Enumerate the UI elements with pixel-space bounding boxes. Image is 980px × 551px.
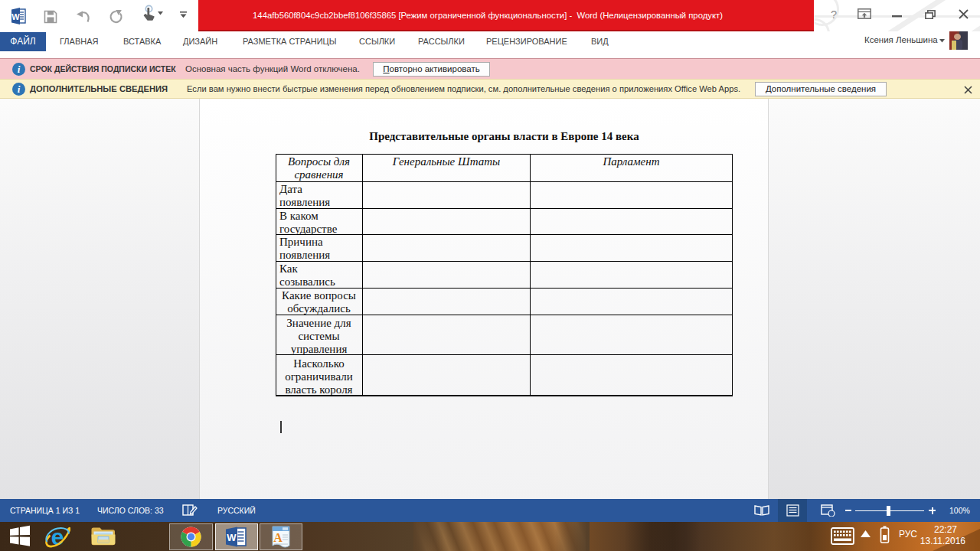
svg-text:A: A <box>273 531 283 544</box>
svg-text:W: W <box>227 532 237 543</box>
